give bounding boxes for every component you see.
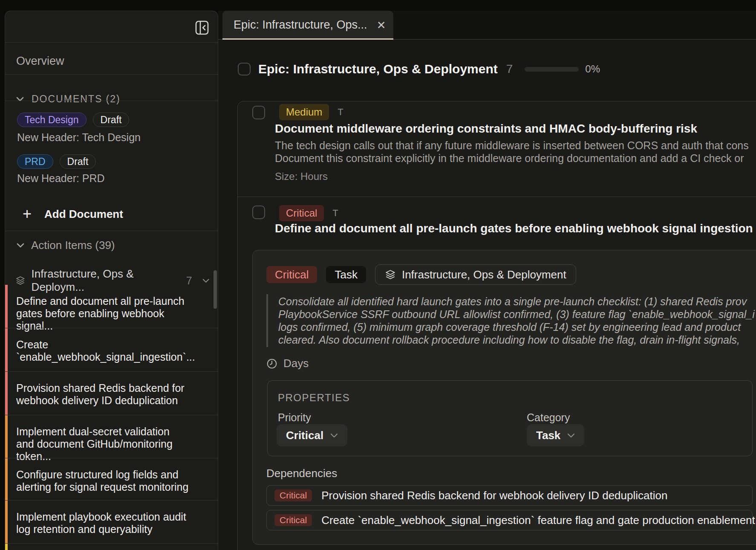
document-title[interactable]: New Header: Tech Design [17, 131, 141, 144]
task-type-letter: T [332, 208, 338, 219]
detail-description-line: logs confirmed, (5) minimum graph covera… [278, 321, 741, 333]
sidebar: Overview DOCUMENTS (2) Tech Design Draft… [5, 11, 218, 550]
priority-badge-medium[interactable]: Medium [279, 104, 329, 120]
clock-icon [266, 358, 277, 369]
add-document-button[interactable]: + Add Document [23, 206, 123, 222]
priority-strip [5, 285, 8, 328]
document-title[interactable]: New Header: PRD [17, 172, 105, 185]
action-item-row[interactable]: Define and document all pre-launch gates… [5, 285, 218, 328]
properties-box: PROPERTIES Priority Critical Category Ta… [267, 380, 753, 456]
detail-description-line: PlaybookService SSRF outbound URL allowl… [278, 308, 755, 321]
action-item-text: Implement dual-secret validation and doc… [16, 426, 190, 463]
detail-priority-badge[interactable]: Critical [266, 266, 317, 283]
category-dropdown-value: Task [536, 429, 560, 442]
epic-header-row: Epic: Infrastructure, Ops & Deployment 7… [238, 59, 756, 79]
epic-progress-percent: 0% [585, 63, 600, 75]
task-size-label: Size: Hours [275, 171, 328, 182]
action-item-row[interactable]: Implement playbook execution audit log r… [5, 500, 218, 544]
sidebar-item-overview[interactable]: Overview [16, 55, 64, 68]
action-item-text: Implement playbook execution audit log r… [16, 511, 190, 536]
action-items-section-header[interactable]: Action Items (39) [17, 239, 115, 252]
priority-strip [5, 501, 8, 544]
active-tab-underline [222, 38, 393, 40]
priority-strip [5, 415, 8, 458]
priority-dropdown-value: Critical [286, 429, 323, 442]
collapse-sidebar-button[interactable] [195, 20, 209, 35]
action-items-section-label: Action Items (39) [31, 239, 115, 252]
category-dropdown[interactable]: Task [527, 424, 584, 446]
priority-strip [5, 328, 8, 372]
priority-badge-critical[interactable]: Critical [279, 205, 324, 221]
action-item-row[interactable]: Provision shared Redis backend for webho… [5, 371, 218, 415]
epic-progress-bar [525, 67, 579, 72]
layers-icon [385, 269, 396, 280]
chevron-down-icon [330, 433, 338, 438]
epic-task-count: 7 [506, 62, 513, 76]
task-title[interactable]: Define and document all pre-launch gates… [275, 222, 756, 235]
category-property-label: Category [527, 411, 570, 424]
priority-property-label: Priority [278, 411, 311, 424]
task-checkbox[interactable] [252, 106, 265, 119]
chevron-down-icon[interactable] [202, 278, 209, 283]
doc-type-badge: PRD [17, 154, 53, 169]
documents-section-label: DOCUMENTS (2) [32, 93, 121, 105]
epic-checkbox[interactable] [238, 63, 251, 75]
detail-description-line: cleared. Also document rollback procedur… [278, 333, 740, 346]
sidebar-scrollbar-thumb[interactable] [214, 270, 217, 309]
action-item-row[interactable]: Create `enable_webhook_signal_ingestion`… [5, 328, 218, 372]
dependency-row[interactable]: Critical Provision shared Redis backend … [266, 485, 753, 506]
task-description-line: The tech design calls out that if any fu… [275, 139, 749, 152]
divider [5, 231, 218, 231]
effort-row: Days [266, 357, 309, 370]
dependency-row[interactable]: Critical Create `enable_webhook_signal_i… [266, 510, 753, 530]
divider [5, 42, 218, 43]
quote-bar [266, 294, 268, 347]
tab-label: Epic: Infrastructure, Ops... [234, 18, 367, 32]
tasks-panel: Medium T Document middleware ordering co… [237, 101, 756, 550]
detail-type-badge[interactable]: Task [326, 266, 366, 283]
priority-strip [5, 458, 8, 501]
task-checkbox[interactable] [252, 206, 265, 219]
task-meta-row: Medium T [279, 104, 343, 120]
dependency-priority-badge: Critical [274, 489, 312, 501]
doc-type-badge: Tech Design [17, 113, 87, 127]
effort-label: Days [283, 357, 309, 370]
action-item-text: Provision shared Redis backend for webho… [16, 382, 190, 407]
priority-strip [5, 372, 8, 415]
priority-strip [5, 544, 8, 550]
divider [238, 197, 756, 197]
dependencies-heading: Dependencies [266, 467, 337, 480]
doc-status-badge: Draft [93, 113, 130, 127]
task-type-letter: T [338, 107, 343, 118]
documents-section-header[interactable]: DOCUMENTS (2) [16, 93, 121, 105]
action-item-text: Configure structured log fields and aler… [16, 469, 190, 493]
divider [5, 74, 218, 75]
task-detail-card: Critical Task Infrastructure, Ops & Depl… [252, 250, 756, 545]
document-item-tech-design[interactable]: Tech Design Draft [17, 113, 129, 127]
collapse-sidebar-icon [195, 20, 209, 35]
properties-heading: PROPERTIES [278, 392, 350, 404]
detail-description-line: Consolidate all identified hard launch g… [278, 295, 747, 308]
action-item-row[interactable]: Implement dual-secret validation and doc… [5, 415, 218, 458]
priority-dropdown[interactable]: Critical [277, 424, 347, 446]
app-window: Epic: Infrastructure, Ops... ✕ Overview … [0, 0, 756, 550]
action-item-row[interactable] [5, 543, 218, 550]
document-item-prd[interactable]: PRD Draft [17, 154, 96, 169]
task-title[interactable]: Document middleware ordering constraints… [275, 122, 697, 136]
plus-icon: + [23, 206, 32, 222]
divider [5, 101, 218, 101]
dependency-priority-badge: Critical [274, 514, 312, 526]
detail-epic-chip[interactable]: Infrastructure, Ops & Deployment [375, 264, 576, 285]
task-meta-row: Critical T [279, 205, 338, 221]
action-item-row[interactable]: Configure structured log fields and aler… [5, 458, 218, 501]
tab-epic[interactable]: Epic: Infrastructure, Ops... ✕ [222, 11, 393, 39]
tab-close-icon[interactable]: ✕ [377, 20, 386, 31]
tab-bar: Epic: Infrastructure, Ops... ✕ [218, 11, 756, 40]
epic-title: Epic: Infrastructure, Ops & Deployment [258, 62, 498, 76]
action-item-text: Define and document all pre-launch gates… [16, 295, 190, 332]
dependency-text: Create `enable_webhook_signal_ingestion`… [321, 514, 755, 527]
dependency-text: Provision shared Redis backend for webho… [321, 489, 667, 502]
add-document-label: Add Document [44, 208, 123, 221]
detail-badges-row: Critical Task Infrastructure, Ops & Depl… [266, 264, 576, 285]
action-item-text: Create `enable_webhook_signal_ingestion`… [16, 339, 190, 363]
